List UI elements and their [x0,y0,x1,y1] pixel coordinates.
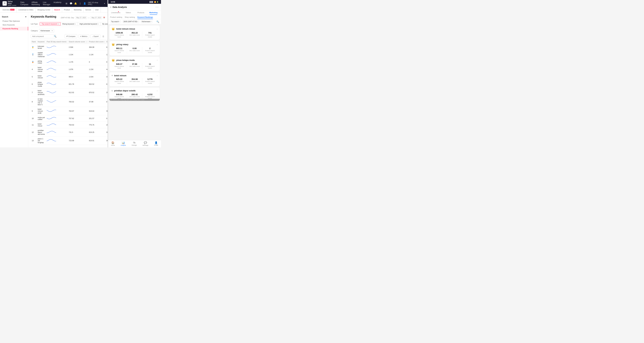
export-button[interactable]: ↓ Export [90,34,100,38]
tab-videos[interactable]: Videos [122,10,134,15]
cell-product-click: 384.08 [88,44,105,50]
tab-by-search-intent[interactable]: By search intent [100,22,108,26]
card-header: 👑 piring rotary › [112,43,158,46]
search-btn-icon[interactable]: 🔍 [54,35,56,38]
cell-rank: 12 [31,128,37,136]
table-row: 6 pisau kelapa muda 821.78 502.52 61.87 … [31,80,108,88]
cell-search-volume: 2.50K [68,44,88,50]
metric-label: Search volumescore [112,81,126,84]
subnav-search[interactable]: Search [52,7,62,12]
metric-2: 2 Product searchresults [142,47,158,54]
profile-icon: 👤 [154,141,158,144]
nav-live-manager[interactable]: Live Manager [43,1,50,6]
card-arrow-icon: › [157,28,158,30]
keyword-search-input[interactable] [31,34,56,38]
cell-trend [46,80,68,88]
cell-trend [46,88,68,97]
cell-search-volume: 1.07K [68,65,88,74]
top-nav-right: ⊞ 💬 🔔 | 👤 OEC ID shop PPE1 ▾ [65,2,105,5]
tab-top-search-keyword[interactable]: Top search keyword ℹ [40,22,60,26]
crown-icon: 👑 [112,59,115,62]
tab-high-potential[interactable]: High-potential keyword ℹ [77,22,100,26]
category-select[interactable]: Kitchenware [39,29,54,32]
cell-product-click: 1.21K [88,65,105,74]
signal-icon: ▋▋▋ [150,1,154,3]
list-type-row: List Type Top search keyword ℹ Rising ke… [31,22,105,27]
analysis-icon: 📊 [122,141,125,144]
cell-sku-sales: 0 [105,59,108,65]
cell-sku-sales: 308.75 [105,107,108,115]
back-button[interactable]: ‹ [110,5,111,9]
bottom-nav-analysis[interactable]: 📊 Analysis [120,141,126,146]
table-row: 5 botol minum 909.4 1.01K 339.02 View tr… [31,74,108,80]
sidebar-section-header[interactable]: Search ▾ [2,15,26,18]
cell-product-click: 1.11K [88,50,105,59]
info-icon-potential: ℹ [98,23,98,25]
subnav-shopping[interactable]: Shopping Center [36,7,52,12]
tab-products[interactable]: Products [134,10,147,15]
sidebar-item-product-title[interactable]: Product Title Optimizer [0,19,28,23]
cell-product-click: 870.52 [88,88,105,97]
cell-product-click: 918.64 [88,107,105,115]
export-icon: ↓ [92,36,93,37]
cell-product-click: 819.25 [88,128,105,136]
bottom-nav-home[interactable]: 🏠 Home [111,141,115,146]
tab-marketing[interactable]: Marketing [147,10,160,15]
keyword-card[interactable]: 👑 pisau kelapa muda › 949.37 Search volu… [110,57,160,71]
grid-icon[interactable]: ⊞ [65,2,68,5]
metric-value: 354.98 [128,78,142,80]
subnav-product[interactable]: Product [62,7,72,12]
metric-value: 925.22 [112,78,126,80]
subtab-product-ranking[interactable]: Product ranking [110,16,122,19]
bottom-nav-manage[interactable]: 🛍 Manage [132,141,137,146]
subtab-keyword-rankings[interactable]: Keyword Rankings [138,16,153,19]
bottom-nav-profile[interactable]: 👤 Profile [154,141,158,146]
nav-data-compass[interactable]: Data Compass [20,1,28,6]
keyword-card[interactable]: 👑 piring rotary › 993.11 Search volumesc… [110,41,160,55]
sidebar-item-store-keywords[interactable]: Store Keywords [0,23,28,27]
keyword-card[interactable]: 5 printilan dapur estetik › 849.88 Searc… [110,88,160,101]
subnav-marketing[interactable]: Marketing [72,7,84,12]
date-end[interactable]: May 27, 2023 [90,16,102,19]
more-button[interactable]: ··· [156,5,159,9]
subnav-service[interactable]: Service [84,7,93,12]
bell-icon[interactable]: 🔔 [74,2,77,5]
filter-date[interactable]: 26/05 (GMT+07:00) ▾ [122,20,140,23]
subnav-livestream[interactable]: Livestream & Video [16,7,36,12]
metric-0: 993.11 Search volumescore [112,47,127,54]
col-trend-info: ℹ [66,41,67,42]
metric-label: Product searchresults [143,50,157,54]
sidebar-item-keywords-ranking[interactable]: Keywords Ranking [0,27,28,30]
subnav-overview[interactable]: Overview HOT!! [2,7,16,12]
cell-sku-sales: 256.22 [105,88,108,97]
page-title: Keywords Ranking [31,15,56,18]
cell-product-click: 0 [88,59,105,65]
metric-1: 452.22 SKU sales score [127,32,142,38]
delete-button[interactable]: 🗑 [102,34,105,38]
tab-livestreams[interactable]: Livestreams [110,10,122,15]
tab-rising-keyword[interactable]: Rising keyword ℹ [60,22,78,26]
account-name[interactable]: OEC ID shop PPE1 [88,2,102,5]
cell-search-volume: 821.78 [68,80,88,88]
filter-category[interactable]: Kitchenware ▾ [140,20,152,23]
metrics-button[interactable]: ≡ Metrics [78,34,89,38]
calendar-icon[interactable]: 📅 [103,17,105,18]
keyword-name: botol minum [114,74,126,77]
filter-search-icon[interactable]: 🔍 [156,20,159,23]
compare-button[interactable]: ⇄ Compare [64,34,77,38]
bottom-nav-message[interactable]: 💬 Message [142,141,148,146]
nav-academy[interactable]: Academy [54,1,61,6]
table-row: 8 er bee makan mie 3 telur 5 783.02 37.8… [31,97,108,107]
col-rank: Rank [31,40,37,44]
cell-rank: 5 [31,74,37,80]
keyword-card[interactable]: 4 botol minum › 925.22 Search volumescor… [110,72,160,86]
nav-affiliate-marketing[interactable]: Affiliate Marketing [32,1,40,6]
subtab-shop-ranking[interactable]: Shop ranking [125,16,135,19]
filter-top-search[interactable]: Top search ▾ [110,20,121,23]
subnav-user[interactable]: User [93,7,101,12]
date-start[interactable]: May 27, 2023 [75,16,87,19]
chat-icon[interactable]: 💬 [70,2,72,5]
keyword-card[interactable]: 👑 botol minum mixue › 1056.65 Search vol… [110,26,160,40]
status-icons: ▋▋▋ 📶 🔋 [150,1,158,3]
metric-value: 1056.65 [112,32,126,34]
